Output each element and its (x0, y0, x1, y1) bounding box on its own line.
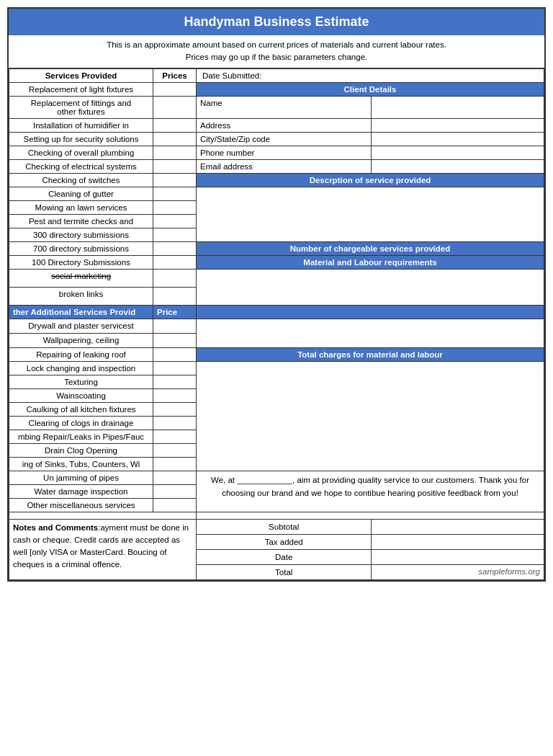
additional-services-header: ther Additional Services Provid (9, 305, 153, 319)
date-field-value[interactable] (372, 549, 544, 564)
price-cell[interactable] (153, 82, 197, 96)
service-item: Other miscellaneous services (9, 498, 153, 512)
service-item: Wallpapering, ceiling (9, 333, 153, 347)
service-item: Water damage inspection (9, 484, 153, 498)
total-charges-area[interactable] (197, 361, 544, 471)
service-item: broken links (9, 287, 153, 305)
sampleforms-text: sampleforms.org (372, 564, 544, 579)
service-item: Checking of electrical systems (9, 159, 153, 173)
number-chargeable-header: Number of chargeable services provided (197, 241, 544, 255)
price-cell[interactable] (153, 471, 197, 484)
email-value[interactable] (372, 159, 544, 173)
price-cell[interactable] (153, 402, 197, 416)
price-cell[interactable] (153, 269, 197, 287)
col-header-services: Services Provided (9, 68, 153, 82)
spacer-row (9, 512, 197, 519)
disclaimer: This is an approximate amount based on c… (9, 35, 544, 68)
service-item: Setting up for security solutions (9, 132, 153, 146)
service-item: Clearing of clogs in drainage (9, 416, 153, 430)
price-cell[interactable] (153, 146, 197, 159)
price-cell[interactable] (153, 132, 197, 146)
service-item: Un jamming of pipes (9, 471, 153, 484)
price-cell[interactable] (153, 375, 197, 388)
service-item: social marketing (9, 269, 153, 287)
price-cell[interactable] (153, 319, 197, 333)
service-item: Checking of switches (9, 173, 153, 187)
price-cell[interactable] (153, 255, 197, 269)
material-labour-header: Material and Labour requirements (197, 255, 544, 269)
email-label: Email address (197, 159, 372, 173)
service-item: 100 Directory Submissions (9, 255, 153, 269)
service-item: 300 directory submissions (9, 228, 153, 241)
price-cell[interactable] (153, 457, 197, 471)
subtotal-label: Subtotal (197, 519, 372, 534)
price-cell[interactable] (153, 430, 197, 443)
service-item: Replacement of fittings andother fixture… (9, 96, 153, 118)
price-cell[interactable] (153, 200, 197, 214)
price-cell[interactable] (153, 241, 197, 255)
spacer-right (197, 512, 544, 519)
col-header-prices: Prices (153, 68, 197, 82)
thank-you-text: We, at ____________, aim at providing qu… (197, 471, 544, 512)
service-item: Drywall and plaster servicest (9, 319, 153, 333)
name-value[interactable] (372, 96, 544, 118)
date-submitted-label: Date Submitted: (197, 68, 544, 82)
total-label: Total (197, 564, 372, 579)
price-cell[interactable] (153, 484, 197, 498)
name-label: Name (197, 96, 372, 118)
total-charges-header: Total charges for material and labour (197, 347, 544, 361)
price-cell[interactable] (153, 173, 197, 187)
price-cell[interactable] (153, 214, 197, 228)
service-item: 700 directory submissions (9, 241, 153, 255)
price-cell[interactable] (153, 498, 197, 512)
service-item: Texturing (9, 375, 153, 388)
service-item: mbing Repair/Leaks in Pipes/Fauc (9, 430, 153, 443)
price-cell[interactable] (153, 361, 197, 375)
service-item: Checking of overall plumbing (9, 146, 153, 159)
price-header: Price (153, 305, 197, 319)
notes-cell: Notes and Comments:ayment must be done i… (9, 519, 197, 579)
client-details-header: Client Details (197, 82, 544, 96)
price-cell[interactable] (153, 96, 197, 118)
service-item: Mowing an lawn services (9, 200, 153, 214)
material-labour-area[interactable] (197, 269, 544, 305)
price-cell[interactable] (153, 228, 197, 241)
price-cell[interactable] (153, 159, 197, 173)
phone-value[interactable] (372, 146, 544, 159)
price-cell[interactable] (153, 443, 197, 457)
price-cell[interactable] (153, 287, 197, 305)
price-cell[interactable] (153, 187, 197, 200)
subtotal-value[interactable] (372, 519, 544, 534)
city-state-zip-label: City/State/Zip code (197, 132, 372, 146)
date-field-label: Date (197, 549, 372, 564)
description-area[interactable] (197, 187, 544, 241)
description-header: Descrption of service provided (197, 173, 544, 187)
service-item: Caulking of all kitchen fixtures (9, 402, 153, 416)
price-cell[interactable] (153, 388, 197, 402)
price-cell[interactable] (153, 118, 197, 132)
empty-area (197, 319, 544, 347)
service-item: Installation of humidifier in (9, 118, 153, 132)
service-item: Cleaning of gutter (9, 187, 153, 200)
price-cell[interactable] (153, 333, 197, 347)
service-item: Wainscoating (9, 388, 153, 402)
tax-value[interactable] (372, 534, 544, 549)
page-title: Handyman Business Estimate (9, 9, 544, 35)
city-state-zip-value[interactable] (372, 132, 544, 146)
price-cell[interactable] (153, 347, 197, 361)
price-cell[interactable] (153, 416, 197, 430)
service-item: Lock changing and inspection (9, 361, 153, 375)
service-item: ing of Sinks, Tubs, Counters, Wi (9, 457, 153, 471)
service-item: Repairing of leaking roof (9, 347, 153, 361)
address-value[interactable] (372, 118, 544, 132)
address-label: Address (197, 118, 372, 132)
tax-label: Tax added (197, 534, 372, 549)
service-item: Pest and termite checks and (9, 214, 153, 228)
service-item: Drain Clog Opening (9, 443, 153, 457)
phone-label: Phone number (197, 146, 372, 159)
service-item: Replacement of light fixtures (9, 82, 153, 96)
